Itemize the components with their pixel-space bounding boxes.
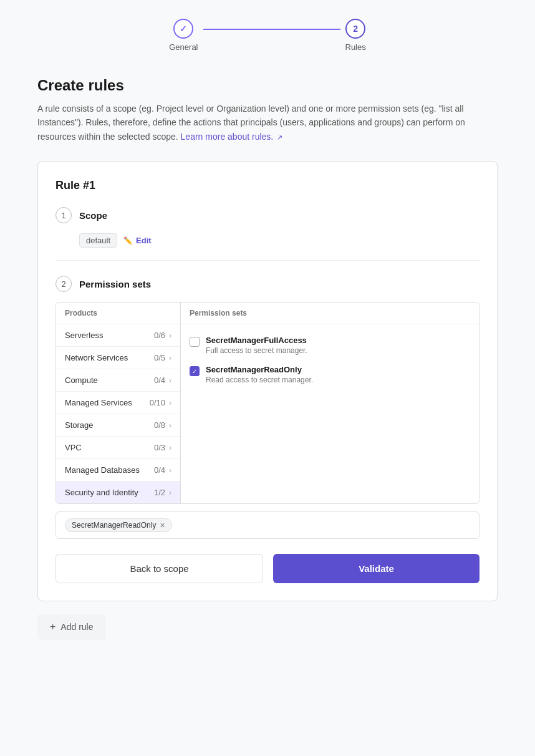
step-rules-label: Rules — [345, 42, 366, 52]
permission-sets-column: Permission sets SecretManagerFullAccess … — [181, 303, 479, 503]
permission-set-checkbox[interactable] — [190, 337, 200, 347]
scope-header: 1 Scope — [55, 207, 480, 223]
scope-section-title: Scope — [79, 210, 107, 221]
back-to-scope-button[interactable]: Back to scope — [55, 554, 263, 583]
permission-sets-table: Products Serverless 0/6 › Network Servic… — [55, 302, 480, 504]
scope-tag: default — [79, 233, 117, 248]
permission-set-item: ✓ SecretManagerReadOnly Read access to s… — [190, 360, 470, 389]
product-count: 0/4 — [154, 465, 165, 475]
product-count: 0/5 — [154, 353, 165, 362]
product-count: 1/2 — [154, 488, 165, 497]
product-count: 0/8 — [154, 420, 165, 430]
selected-tags-row: SecretManagerReadOnly × — [55, 511, 480, 539]
product-item[interactable]: Managed Services 0/10 › — [56, 392, 180, 414]
product-name: Security and Identity — [65, 488, 138, 497]
product-item[interactable]: Compute 0/4 › — [56, 369, 180, 392]
step-line — [203, 29, 340, 30]
external-link-icon: ↗ — [277, 132, 282, 143]
chevron-right-icon: › — [169, 376, 171, 385]
plus-icon: + — [50, 621, 55, 632]
chevron-right-icon: › — [169, 354, 171, 362]
edit-scope-button[interactable]: ✏️ Edit — [123, 236, 152, 245]
permission-sets-column-header: Permission sets — [181, 303, 479, 324]
scope-section: 1 Scope default ✏️ Edit — [55, 207, 480, 261]
products-column: Products Serverless 0/6 › Network Servic… — [56, 303, 181, 503]
permission-set-item: SecretManagerFullAccess Full access to s… — [190, 331, 470, 360]
chevron-right-icon: › — [169, 421, 171, 430]
step-general-label: General — [169, 42, 198, 52]
product-count: 0/10 — [150, 398, 165, 407]
stepper: ✓ General 2 Rules — [37, 19, 498, 52]
permission-sets-number: 2 — [55, 276, 72, 292]
chevron-right-icon: › — [169, 331, 171, 340]
rule-card: Rule #1 1 Scope default ✏️ Edit 2 Permis… — [37, 161, 498, 601]
products-list: Serverless 0/6 › Network Services 0/5 › … — [56, 324, 180, 503]
chevron-right-icon: › — [169, 443, 171, 452]
product-item[interactable]: Network Services 0/5 › — [56, 347, 180, 369]
permission-sets-section: 2 Permission sets Products Serverless 0/… — [55, 276, 480, 539]
page-description: A rule consists of a scope (eg. Project … — [37, 102, 498, 143]
rule-title: Rule #1 — [55, 179, 480, 192]
permission-set-name: SecretManagerFullAccess — [206, 336, 307, 345]
product-count: 0/3 — [154, 443, 165, 452]
permission-set-checkbox[interactable]: ✓ — [190, 366, 200, 376]
product-name: Network Services — [65, 353, 128, 362]
product-count: 0/4 — [154, 376, 165, 385]
tag-remove-button[interactable]: × — [160, 521, 165, 530]
add-rule-label: Add rule — [60, 622, 93, 632]
permission-set-description: Read access to secret manager. — [206, 376, 313, 384]
action-row: Back to scope Validate — [55, 554, 480, 583]
product-name: Managed Services — [65, 398, 132, 407]
product-item[interactable]: Managed Databases 0/4 › — [56, 459, 180, 482]
permission-sets-header: 2 Permission sets — [55, 276, 480, 292]
product-name: VPC — [65, 443, 82, 452]
step-rules-circle: 2 — [345, 19, 365, 39]
product-name: Managed Databases — [65, 465, 140, 475]
product-item[interactable]: Storage 0/8 › — [56, 414, 180, 437]
edit-icon: ✏️ — [123, 236, 133, 245]
add-rule-button[interactable]: + Add rule — [37, 614, 106, 640]
tag-label: SecretManagerReadOnly — [72, 521, 156, 530]
product-item[interactable]: Serverless 0/6 › — [56, 324, 180, 347]
permission-set-list: SecretManagerFullAccess Full access to s… — [181, 324, 479, 395]
product-name: Storage — [65, 420, 94, 430]
chevron-right-icon: › — [169, 399, 171, 407]
step-general: ✓ General — [169, 19, 198, 52]
product-name: Compute — [65, 376, 98, 385]
scope-section-number: 1 — [55, 207, 72, 223]
selected-tag: SecretManagerReadOnly × — [65, 518, 172, 532]
permission-sets-title: Permission sets — [79, 279, 151, 289]
product-item[interactable]: Security and Identity 1/2 › — [56, 482, 180, 503]
product-item[interactable]: VPC 0/3 › — [56, 437, 180, 459]
validate-button[interactable]: Validate — [273, 554, 480, 583]
product-name: Serverless — [65, 331, 103, 340]
chevron-right-icon: › — [169, 488, 171, 497]
permission-set-description: Full access to secret manager. — [206, 346, 307, 355]
scope-tag-row: default ✏️ Edit — [55, 233, 480, 248]
learn-more-link[interactable]: Learn more about rules. ↗ — [181, 132, 283, 142]
products-column-header: Products — [56, 303, 180, 324]
permission-set-name: SecretManagerReadOnly — [206, 365, 313, 374]
product-count: 0/6 — [154, 331, 165, 340]
step-general-circle: ✓ — [173, 19, 193, 39]
step-rules: 2 Rules — [345, 19, 366, 52]
page-heading: Create rules — [37, 77, 498, 94]
chevron-right-icon: › — [169, 466, 171, 475]
